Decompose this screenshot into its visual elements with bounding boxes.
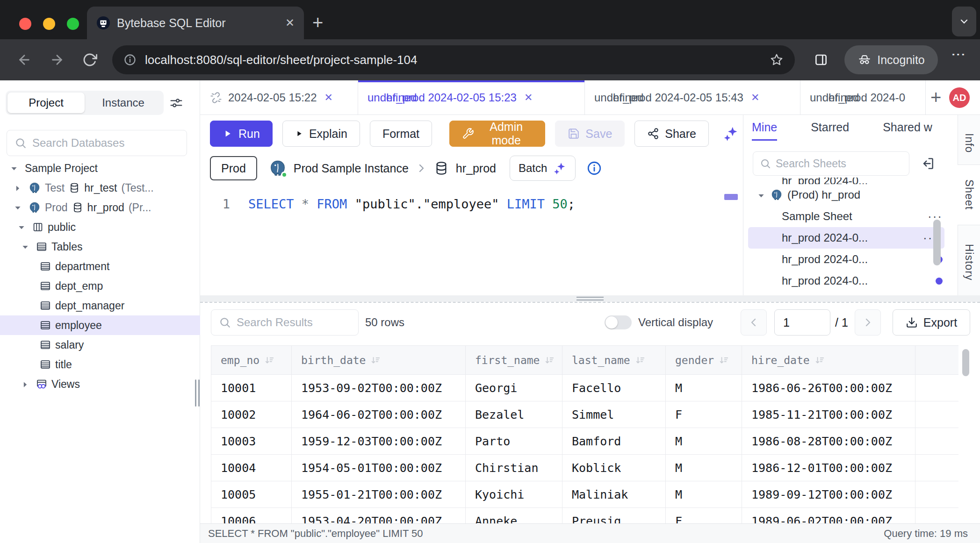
format-button[interactable]: Format	[370, 121, 432, 147]
explain-button[interactable]: Explain	[282, 121, 360, 147]
tab-search-button[interactable]	[952, 7, 976, 36]
tree-item[interactable]: dept_manager	[0, 296, 200, 315]
tree-item[interactable]: salary	[0, 335, 200, 355]
minimize-window-button[interactable]	[43, 18, 55, 30]
table-row[interactable]: 100011953-09-02T00:00:00ZGeorgiFacelloM1…	[211, 375, 958, 401]
sheet-tab[interactable]: undefinedhr_prod 2024-02-05 15:43✕	[585, 80, 800, 115]
admin-mode-button[interactable]: Admin mode	[449, 121, 545, 147]
table-row[interactable]: 100051955-01-21T00:00:00ZKyoichiMaliniak…	[211, 481, 958, 508]
tree-item[interactable]: Prodhr_prod(Pr...	[0, 198, 200, 217]
tree-item[interactable]: Views	[0, 374, 200, 394]
search-results-input[interactable]: Search Results	[211, 309, 359, 336]
tab-info[interactable]: Info	[958, 120, 980, 166]
forward-icon[interactable]	[50, 52, 65, 67]
results-panel: Search Results 50 rows Vertical display …	[200, 302, 980, 523]
close-window-button[interactable]	[19, 18, 31, 30]
info-icon[interactable]	[586, 160, 602, 176]
share-button[interactable]: Share	[634, 121, 709, 147]
close-icon[interactable]: ✕	[524, 92, 533, 104]
schema-icon	[32, 221, 43, 233]
tab-sheet[interactable]: Sheet	[958, 164, 980, 225]
table-cell: M	[666, 481, 742, 507]
search-databases-input[interactable]: Search Databases	[7, 130, 187, 156]
search-sheets-input[interactable]: Search Sheets	[753, 151, 909, 176]
avatar[interactable]: AD	[949, 87, 970, 108]
tab-starred[interactable]: Starred	[811, 121, 849, 141]
sheet-list-item[interactable]: hr_prod 2024-0...	[743, 249, 949, 270]
maximize-window-button[interactable]	[67, 18, 79, 30]
browser-menu-icon[interactable]: ⋮	[954, 48, 963, 74]
side-panel-icon[interactable]	[814, 52, 829, 67]
sheet-tab[interactable]: 2024-02-05 15:22✕	[200, 80, 358, 115]
run-button[interactable]: Run	[210, 121, 273, 147]
column-header[interactable]: hire_date	[742, 346, 915, 374]
tab-shared[interactable]: Shared w	[883, 121, 932, 141]
address-bar[interactable]: localhost:8080/sql-editor/sheet/project-…	[112, 45, 795, 74]
column-header[interactable]: last_name	[562, 346, 666, 374]
batch-button[interactable]: Batch	[510, 156, 576, 181]
sidebar-resize-handle[interactable]	[195, 379, 200, 407]
database-name[interactable]: hr_prod	[456, 162, 496, 175]
tree-item[interactable]: dept_emp	[0, 276, 200, 296]
status-bar: SELECT * FROM "public"."employee" LIMIT …	[200, 523, 980, 543]
tab-history[interactable]: History	[958, 229, 980, 295]
sort-icon	[635, 355, 645, 365]
add-sheet-button[interactable]: +	[930, 87, 941, 108]
prev-page-button[interactable]	[741, 309, 767, 336]
browser-tab[interactable]: Bytebase SQL Editor ✕	[87, 7, 304, 39]
tree-item[interactable]: Testhr_test(Test...	[0, 178, 200, 198]
column-header[interactable]: emp_no	[211, 346, 292, 374]
sidebar-settings-icon[interactable]	[169, 96, 183, 110]
tree-item[interactable]: title	[0, 355, 200, 374]
sheet-tab[interactable]: undefinedhr_prod 2024-0	[800, 80, 926, 115]
tree-item[interactable]: department	[0, 257, 200, 276]
table-row[interactable]: 100061953-04-20T00:00:00ZAnnekePreusigF1…	[211, 508, 958, 524]
code-editor[interactable]: 1 SELECT * FROM "public"."employee" LIMI…	[200, 189, 742, 295]
next-page-button[interactable]	[855, 309, 881, 336]
tab-instance[interactable]: Instance	[85, 93, 162, 113]
new-tab-button[interactable]: +	[312, 11, 323, 34]
vertical-display-label: Vertical display	[638, 303, 713, 342]
page-input[interactable]: 1	[774, 309, 830, 336]
tree-item[interactable]: employee	[0, 315, 200, 335]
reload-icon[interactable]	[82, 52, 97, 67]
tab-mine[interactable]: Mine	[752, 121, 777, 141]
share-icon	[647, 128, 659, 140]
table-row[interactable]: 100021964-06-02T00:00:00ZBezalelSimmelF1…	[211, 401, 958, 428]
table-icon	[40, 300, 51, 311]
table-row[interactable]: 100041954-05-01T00:00:00ZChirstianKoblic…	[211, 455, 958, 481]
column-header[interactable]: birth_date	[292, 346, 466, 374]
close-icon[interactable]: ✕	[324, 92, 333, 104]
table-cell: 10003	[211, 428, 292, 454]
import-sheet-icon[interactable]	[920, 156, 935, 171]
close-icon[interactable]: ✕	[751, 92, 759, 104]
sort-icon	[719, 355, 729, 365]
close-icon[interactable]: ✕	[285, 16, 295, 29]
save-button[interactable]: Save	[555, 121, 625, 147]
sheet-list-item[interactable]: Sample Sheet···	[743, 206, 949, 227]
bookmark-star-icon[interactable]	[770, 53, 784, 67]
sheet-tab[interactable]: undefinedhr_prod 2024-02-05 15:23✕	[358, 80, 585, 115]
table-row[interactable]: 100031959-12-03T00:00:00ZPartoBamfordM19…	[211, 428, 958, 455]
table-cell: 10006	[211, 508, 292, 524]
instance-name[interactable]: Prod Sample Instance	[294, 162, 409, 175]
results-scrollbar[interactable]	[962, 349, 969, 376]
column-header[interactable]: first_name	[466, 346, 562, 374]
panel-divider[interactable]	[200, 295, 980, 302]
export-button[interactable]: Export	[893, 309, 970, 336]
tab-project[interactable]: Project	[7, 93, 85, 113]
sql-statement: SELECT * FROM "public"."employee" LIMIT …	[248, 197, 575, 211]
tree-item[interactable]: Sample Project	[0, 158, 200, 178]
sheet-list-item[interactable]: hr_prod 2024-0...	[743, 270, 949, 292]
tree-item[interactable]: public	[0, 217, 200, 237]
column-header[interactable]: gender	[666, 346, 742, 374]
back-icon[interactable]	[17, 52, 32, 67]
vertical-display-toggle[interactable]	[605, 315, 632, 329]
ai-assistant-button[interactable]	[719, 121, 743, 147]
sheets-scrollbar[interactable]	[933, 220, 941, 265]
sheet-list-item[interactable]: hr_prod 2024-0...···	[748, 227, 944, 249]
postgres-icon: undefined	[810, 91, 823, 104]
site-info-icon[interactable]	[123, 53, 137, 66]
tree-item[interactable]: Tables	[0, 237, 200, 257]
sheet-group[interactable]: (Prod) hr_prod	[743, 184, 949, 206]
